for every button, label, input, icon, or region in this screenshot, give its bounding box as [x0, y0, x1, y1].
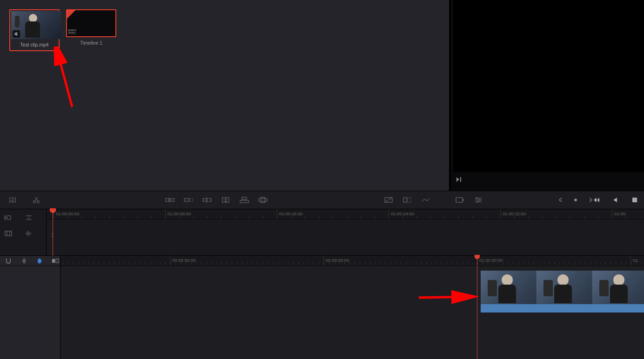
audio-icon — [13, 30, 20, 38]
timeline-video-clip[interactable] — [481, 271, 644, 304]
svg-rect-38 — [5, 231, 12, 236]
free-playhead-icon[interactable] — [24, 213, 34, 222]
svg-rect-7 — [72, 32, 73, 33]
svg-point-37 — [5, 217, 6, 219]
svg-point-32 — [476, 198, 478, 199]
svg-rect-27 — [261, 197, 265, 203]
svg-rect-19 — [184, 199, 189, 201]
svg-rect-29 — [403, 198, 407, 202]
upper-timeline-tracks[interactable]: 01:00:00:0001:00:08:0001:00:16:0001:00:2… — [47, 209, 644, 255]
svg-point-35 — [574, 199, 577, 201]
lower-timeline: 00:59:56:0000:59:58:0001:00:00:0001: — [0, 256, 644, 359]
svg-rect-1 — [69, 30, 70, 31]
lower-playhead[interactable] — [477, 256, 477, 359]
stop-icon[interactable] — [630, 195, 639, 205]
go-to-start-icon[interactable] — [591, 195, 600, 205]
marker-icon[interactable] — [20, 256, 29, 266]
svg-rect-20 — [190, 199, 193, 201]
play-reverse-icon[interactable] — [610, 195, 620, 205]
media-clip-timeline[interactable]: ✓ Timeline 1 — [66, 9, 116, 51]
close-up-icon[interactable] — [221, 195, 230, 205]
filmstrip-icon — [68, 29, 76, 35]
smooth-cut-icon[interactable] — [421, 195, 430, 205]
upper-playhead[interactable] — [53, 209, 53, 256]
ruler-tick: 00:59:58:00 — [323, 256, 349, 266]
clip-label: Timeline 1 — [66, 40, 116, 47]
append-icon[interactable] — [184, 195, 193, 205]
svg-rect-2 — [71, 30, 72, 31]
lock-playhead-icon[interactable] — [4, 213, 13, 222]
svg-rect-36 — [632, 198, 637, 202]
panel-resize-handle[interactable] — [449, 0, 451, 191]
sync-bin-icon[interactable] — [4, 229, 13, 238]
viewer-display[interactable] — [453, 0, 644, 172]
svg-rect-40 — [56, 259, 59, 263]
svg-rect-24 — [240, 200, 248, 203]
ruler-tick: 01:00:24:00 — [389, 209, 414, 219]
svg-rect-21 — [203, 199, 207, 201]
ripple-overwrite-icon[interactable] — [202, 195, 212, 205]
swap-view-icon[interactable] — [51, 256, 60, 266]
svg-rect-39 — [52, 259, 55, 263]
svg-rect-31 — [456, 198, 463, 202]
svg-rect-17 — [166, 199, 169, 201]
ruler-tick: 01:00: — [612, 209, 626, 219]
lower-timeline-tracks[interactable]: 00:59:56:0000:59:58:0001:00:00:0001: — [60, 256, 644, 359]
flag-icon[interactable] — [35, 256, 45, 266]
ruler-tick: 00:59:56:00 — [170, 256, 195, 266]
svg-rect-5 — [69, 32, 70, 33]
svg-rect-18 — [171, 199, 174, 201]
svg-point-34 — [477, 201, 479, 203]
clip-label: Test clip.mp4 — [11, 42, 58, 49]
svg-rect-30 — [408, 198, 411, 202]
media-pool[interactable]: Test clip.mp4 ✓ Timeline 1 — [0, 0, 449, 191]
check-icon: ✓ — [68, 11, 71, 15]
next-clip-icon[interactable] — [454, 175, 463, 184]
cut-toolbar: zZ — [0, 191, 644, 209]
svg-rect-25 — [242, 197, 247, 199]
media-clip-video[interactable]: Test clip.mp4 — [9, 9, 60, 51]
snap-icon[interactable] — [4, 256, 13, 266]
source-overwrite-icon[interactable] — [258, 195, 268, 205]
tools-icon[interactable] — [455, 195, 464, 205]
viewer-panel — [449, 0, 644, 191]
svg-point-33 — [479, 199, 481, 201]
ruler-tick: 01:00:00:00 — [477, 256, 503, 266]
ruler-tick: 01:00:08:00 — [165, 209, 191, 219]
settings-sliders-icon[interactable] — [474, 195, 483, 205]
svg-point-23 — [225, 199, 227, 200]
svg-point-15 — [34, 201, 36, 203]
svg-rect-4 — [74, 30, 74, 31]
ruler-tick: 01:00:00:00 — [54, 209, 79, 219]
timeline-audio-clip[interactable] — [481, 304, 644, 312]
ruler-tick: 01:00:16:00 — [277, 209, 302, 219]
upper-timeline: 01:00:00:0001:00:08:0001:00:16:0001:00:2… — [0, 209, 644, 256]
ruler-tick: 01: — [631, 256, 639, 266]
place-on-top-icon[interactable] — [240, 195, 249, 205]
svg-rect-26 — [259, 199, 267, 201]
lower-timeline-ruler[interactable]: 00:59:56:0000:59:58:0001:00:00:0001: — [60, 256, 644, 266]
smart-insert-icon[interactable] — [165, 195, 174, 205]
boring-detector-icon[interactable]: zZ — [9, 195, 19, 205]
ruler-tick: 01:00:32:00 — [500, 209, 526, 219]
split-clip-icon[interactable] — [32, 195, 41, 205]
svg-rect-8 — [74, 32, 74, 33]
svg-rect-3 — [72, 30, 73, 31]
upper-timeline-ruler[interactable]: 01:00:00:0001:00:08:0001:00:16:0001:00:2… — [47, 209, 644, 219]
record-dot-icon[interactable] — [571, 195, 580, 205]
svg-text:zZ: zZ — [11, 199, 14, 202]
dissolve-icon[interactable] — [402, 195, 412, 205]
prev-frame-icon[interactable] — [556, 195, 565, 205]
svg-rect-6 — [71, 32, 72, 33]
svg-point-16 — [37, 201, 40, 203]
transition-icon[interactable] — [384, 195, 393, 205]
svg-rect-0 — [68, 29, 76, 34]
audio-trim-icon[interactable] — [24, 229, 34, 238]
